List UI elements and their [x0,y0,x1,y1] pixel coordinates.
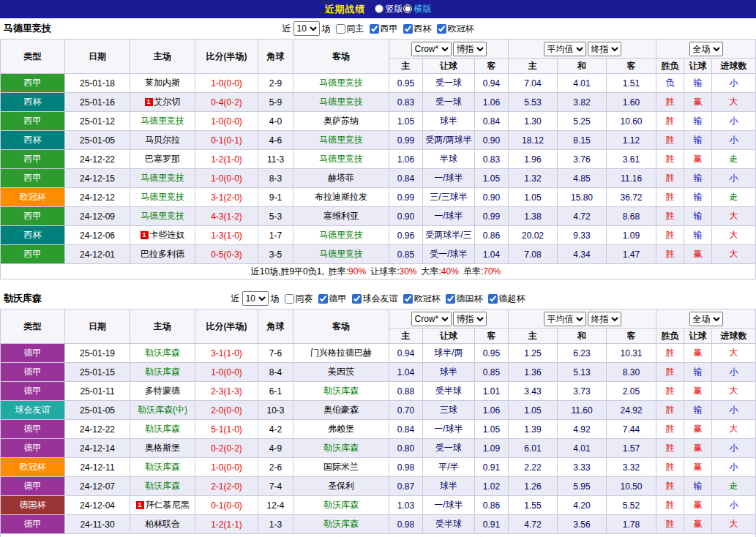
average-select-group: 平均值终指 [509,40,656,59]
goals-result-cell: 走 [712,188,756,207]
average-select[interactable]: 平均值 [544,42,586,56]
avg-away-cell: 1.12 [607,131,656,150]
away-team-cell: 奥伯豪森 [293,401,389,420]
filter-checkbox[interactable] [352,294,362,304]
col-header: 客场 [293,40,389,74]
avg-home-cell: 1.26 [509,477,558,496]
competition-filter[interactable]: 同赛 [282,293,313,305]
summary-text: 近10场,胜9平0负1,胜率:90%让球率:30%大率:40%单率:70% [1,264,756,279]
avg-away-cell: 1.60 [607,93,656,112]
handicap-result-cell: 赢 [684,515,712,534]
competition-filter[interactable]: 西杯 [400,23,432,35]
avg-draw-cell: 4.01 [558,74,607,93]
avg-home-cell: 1.55 [509,496,558,515]
date-cell: 25-01-19 [65,344,130,363]
odds-company-select[interactable]: Crow* [411,42,452,56]
avg-away-cell: 2.05 [607,382,656,401]
avg-away-cell: 10.31 [607,344,656,363]
result-cell: 胜 [656,93,684,112]
odds-away-cell: 0.84 [475,112,509,131]
handicap-result-cell: 输 [684,131,712,150]
competition-filter[interactable]: 德超杯 [485,293,525,305]
avg-away-cell: 10.60 [607,112,656,131]
score-cell: 2-1(2-0) [195,477,258,496]
layout-radio-horizontal[interactable]: 横版 [403,3,432,15]
handicap-cell: 受一球 [423,439,475,458]
odds-stage-select[interactable]: 博指 [453,312,487,326]
recent-count-select[interactable]: 10 [293,21,320,36]
average-select[interactable]: 平均值 [544,312,586,326]
odds-company-select[interactable]: Crow* [411,312,452,326]
home-team-cell: 马德里竞技 [130,169,195,188]
avg-draw-cell: 3.56 [558,515,607,534]
competition-filter[interactable]: 德甲 [315,293,347,305]
filter-checkbox[interactable] [488,294,498,304]
corner-cell: 4-0 [258,112,293,131]
avg-away-cell: 24.92 [607,401,656,420]
competition-badge: 西甲 [1,112,65,131]
competition-filter[interactable]: 欧冠杯 [400,293,441,305]
corner-cell: 1-3 [258,515,293,534]
page-title: 近期战绩 [325,3,366,16]
away-team-cell: 弗赖堡 [293,420,389,439]
date-cell: 24-12-12 [65,188,130,207]
competition-filter[interactable]: 德国杯 [443,293,483,305]
away-team-cell: 圣保利 [293,477,389,496]
date-cell: 24-12-04 [65,496,130,515]
score-cell: 2-3(1-3) [195,382,258,401]
date-cell: 24-12-06 [65,226,130,245]
competition-filter[interactable]: 球会友谊 [349,293,398,305]
table-row: 德甲24-12-07勒沃库森2-1(2-0)7-4圣保利0.87球半1.021.… [1,477,756,496]
final-index-select[interactable]: 终指 [588,42,621,56]
odds-stage-select[interactable]: 博指 [453,42,487,56]
handicap-result-cell: 赢 [684,93,712,112]
near-label: 近 [231,293,240,305]
filter-checkbox[interactable] [318,294,328,304]
date-cell: 24-12-09 [65,207,130,226]
avg-away-cell: 8.30 [607,363,656,382]
filter-checkbox[interactable] [403,24,413,34]
filter-checkbox[interactable] [446,294,455,304]
handicap-result-cell: 赢 [684,382,712,401]
away-team-cell: 塞维利亚 [293,207,389,226]
competition-filter[interactable]: 同主 [333,23,364,35]
away-team-cell: 赫塔菲 [293,169,389,188]
avg-away-cell: 8.68 [607,207,656,226]
filter-checkbox[interactable] [370,24,379,34]
competition-filter[interactable]: 欧冠杯 [434,23,474,35]
filter-checkbox[interactable] [336,24,345,34]
competition-filter[interactable]: 西甲 [367,23,398,35]
scope-select[interactable]: 全场 [689,42,723,56]
result-cell: 胜 [656,401,684,420]
result-cell: 胜 [656,477,684,496]
handicap-result-cell: 输 [684,169,712,188]
col-subheader: 客 [607,59,656,74]
layout-radio-horizontal-input[interactable] [403,4,412,13]
layout-radio-vertical[interactable]: 竖版 [375,3,403,15]
avg-draw-cell: 11.60 [558,401,607,420]
avg-away-cell: 3.32 [607,458,656,477]
date-cell: 24-12-11 [65,458,130,477]
scope-select[interactable]: 全场 [689,312,723,326]
away-team-cell: 门兴格拉德巴赫 [293,344,389,363]
score-cell: 0-4(0-2) [195,93,258,112]
final-index-select[interactable]: 终指 [588,312,621,326]
handicap-result-cell: 赢 [684,458,712,477]
filter-checkbox[interactable] [285,294,294,304]
filter-checkbox[interactable] [437,24,446,34]
goals-result-cell: 大 [712,420,756,439]
layout-radio-vertical-input[interactable] [375,4,383,13]
handicap-result-cell: 输 [684,188,712,207]
result-cell: 胜 [656,150,684,169]
date-cell: 25-01-05 [65,131,130,150]
away-team-cell: 马德里竞技 [293,245,389,264]
filter-controls: 近10场同赛德甲球会友谊欧冠杯德国杯德超杯 [231,291,525,306]
rank-badge: 1 [136,501,144,509]
recent-count-select[interactable]: 10 [242,291,269,306]
corner-cell: 5-3 [258,207,293,226]
table-row: 德国杯24-12-041拜仁慕尼黑0-1(0-0)12-4勒沃库森1.03一/球… [1,496,756,515]
filter-checkbox[interactable] [403,294,413,304]
odds-away-cell: 1.06 [475,93,509,112]
avg-home-cell: 2.22 [509,458,558,477]
handicap-result-cell: 输 [684,477,712,496]
